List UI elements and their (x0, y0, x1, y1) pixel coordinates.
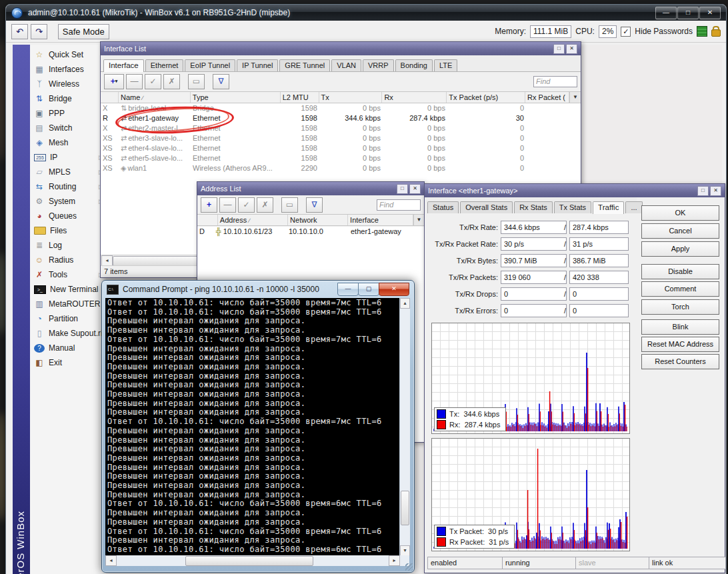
tab-traffic[interactable]: Traffic (593, 201, 624, 214)
tab-vrrp[interactable]: VRRP (363, 59, 394, 71)
close-icon[interactable]: ✕ (566, 44, 577, 54)
sidebar-item-system[interactable]: ⚙System▷ (31, 194, 105, 209)
maximize-icon[interactable]: □ (697, 186, 709, 196)
hide-passwords-checkbox[interactable]: ✓ (621, 27, 631, 37)
close-button[interactable]: ✕ (699, 7, 721, 19)
add-button[interactable]: + ▾ (104, 74, 124, 89)
remove-button[interactable]: — (219, 197, 236, 213)
scroll-up-icon[interactable]: ▴ (400, 298, 410, 309)
terminal-output[interactable]: Ответ от 10.10.10.61: число байт=35000 в… (105, 298, 399, 555)
column-menu-button[interactable]: ▼ (569, 92, 581, 103)
filter-button[interactable]: ∇ (213, 74, 229, 89)
hscroll-thumb[interactable] (185, 556, 313, 566)
tab-bonding[interactable]: Bonding (395, 59, 433, 71)
tab-rx-stats[interactable]: Rx Stats (514, 201, 553, 213)
table-row[interactable]: XS⇄ether3-slave-lo...Ethernet15980 bps0 … (101, 133, 581, 143)
col-l2-mtu[interactable]: L2 MTU (281, 92, 319, 103)
enable-button[interactable]: ✓ (238, 197, 255, 213)
tab-lte[interactable]: LTE (434, 59, 457, 71)
tab-gre-tunnel[interactable]: GRE Tunnel (279, 59, 330, 71)
enable-button[interactable]: ✓ (145, 74, 161, 89)
sidebar-item-interfaces[interactable]: ▦Interfaces (31, 62, 105, 77)
find-input[interactable] (377, 199, 421, 211)
main-titlebar[interactable]: admin@10.10.10.61 (MikroTik) - WinBox v6… (6, 5, 726, 21)
maximize-icon[interactable]: □ (397, 184, 408, 194)
minimize-button[interactable]: — (655, 7, 677, 19)
sidebar-item-quick-set[interactable]: ☆Quick Set (31, 47, 105, 62)
scroll-left-icon[interactable]: ◂ (105, 555, 117, 566)
command-prompt-titlebar[interactable]: C:\ Command Prompt - ping 10.10.10.61 -n… (102, 281, 414, 298)
sidebar-item-switch[interactable]: ▤Switch (31, 121, 105, 135)
tab-interface[interactable]: Interface (103, 59, 144, 72)
col-tx[interactable]: Tx (319, 92, 383, 103)
tab-tx-stats[interactable]: Tx Stats (554, 201, 591, 213)
scroll-right-icon[interactable]: ▸ (389, 555, 400, 566)
ok-button[interactable]: OK (641, 205, 719, 221)
sidebar-item-mesh[interactable]: ◈Mesh (31, 135, 105, 150)
apply-button[interactable]: Apply (641, 241, 719, 257)
col-rx[interactable]: Rx (382, 92, 447, 103)
resize-grip[interactable] (405, 563, 413, 571)
col-rx-packet[interactable]: Rx Packet ( (525, 92, 569, 103)
disable-button[interactable]: ✗ (257, 197, 273, 213)
tab-eoip-tunnel[interactable]: EoIP Tunnel (185, 59, 235, 71)
maximize-icon[interactable]: □ (553, 44, 565, 54)
col-tx-packet-p-s[interactable]: Tx Packet (p/s) (447, 92, 525, 103)
maximize-button[interactable]: □ (677, 7, 699, 19)
vscroll-thumb[interactable] (401, 491, 409, 525)
minimize-button[interactable]: — (337, 283, 359, 296)
remove-button[interactable]: — (126, 74, 143, 89)
sidebar-item-mpls[interactable]: ▱MPLS▷ (31, 165, 105, 179)
sidebar-item-log[interactable]: ≣Log (31, 238, 105, 253)
maximize-button[interactable]: ▢ (358, 283, 379, 296)
tab-status[interactable]: Status (427, 201, 459, 213)
sidebar-item-radius[interactable]: ☺Radius (31, 253, 105, 267)
sidebar-item-tools[interactable]: ✗Tools▷ (31, 267, 105, 282)
close-icon[interactable]: ✕ (409, 184, 421, 194)
cancel-button[interactable]: Cancel (641, 223, 719, 239)
sidebar-item-make-supout-rif[interactable]: ▯Make Supout.rif (31, 326, 105, 341)
tab-overall-stats[interactable]: Overall Stats (460, 201, 513, 213)
address-list-titlebar[interactable]: Address List □ ✕ (197, 182, 424, 195)
disable-button[interactable]: Disable (641, 264, 719, 279)
sidebar-item-metarouter[interactable]: ▥MetaROUTER (31, 297, 105, 311)
filter-button[interactable]: ∇ (306, 197, 323, 213)
comment-button[interactable]: ▭ (188, 74, 205, 89)
sidebar-item-new-terminal[interactable]: >_New Terminal (31, 282, 105, 297)
tab-vlan[interactable]: VLAN (331, 59, 361, 71)
sidebar-item-routing[interactable]: ⇆Routing▷ (31, 179, 105, 194)
terminal-vscrollbar[interactable]: ▴ ▾ (399, 298, 410, 555)
safe-mode-button[interactable]: Safe Mode (58, 24, 109, 39)
reset-counters-button[interactable]: Reset Counters (641, 354, 719, 369)
undo-button[interactable]: ↶ (11, 24, 28, 39)
col-flag[interactable] (197, 215, 218, 225)
close-button[interactable]: ✕ (379, 283, 409, 296)
sidebar-item-files[interactable]: Files (31, 223, 105, 238)
col-flag[interactable] (101, 92, 119, 103)
col-type[interactable]: Type (191, 92, 281, 103)
add-button[interactable]: + (201, 197, 217, 213)
find-input[interactable] (533, 76, 577, 87)
comment-button[interactable]: Comment (641, 281, 719, 297)
interface-dialog-titlebar[interactable]: Interface <ether1-gateway> □ ✕ (425, 184, 725, 197)
tab-[interactable]: ... (625, 201, 642, 213)
scroll-left-icon[interactable]: ◂ (101, 255, 113, 266)
sidebar-item-queues[interactable]: ◕Queues (31, 209, 105, 223)
comment-button[interactable]: ▭ (281, 197, 298, 213)
redo-button[interactable]: ↷ (31, 24, 47, 39)
col-name[interactable]: Name∕ (119, 92, 191, 103)
disable-button[interactable]: ✗ (163, 74, 180, 89)
table-row[interactable]: D ╬ 10.10.10.61/23 10.10.10.0 ether1-gat… (197, 227, 424, 237)
sidebar-item-manual[interactable]: ?Manual (31, 341, 105, 355)
tab-ip-tunnel[interactable]: IP Tunnel (237, 59, 278, 71)
table-row[interactable]: XS⇄ether5-slave-lo...Ethernet15980 bps0 … (101, 153, 581, 163)
sidebar-item-ppp[interactable]: ▣PPP (31, 106, 105, 121)
sidebar-item-partition[interactable]: ◔Partition (31, 311, 105, 326)
sidebar-item-exit[interactable]: ◧Exit (31, 355, 105, 370)
sidebar-item-ip[interactable]: 255IP▷ (31, 150, 105, 165)
scroll-down-icon[interactable]: ▾ (400, 545, 410, 556)
reset-mac-address-button[interactable]: Reset MAC Address (641, 337, 719, 352)
sidebar-item-wireless[interactable]: ᛉWireless (31, 77, 105, 91)
column-menu-button[interactable]: ▼ (413, 215, 424, 225)
close-icon[interactable]: ✕ (710, 186, 721, 196)
